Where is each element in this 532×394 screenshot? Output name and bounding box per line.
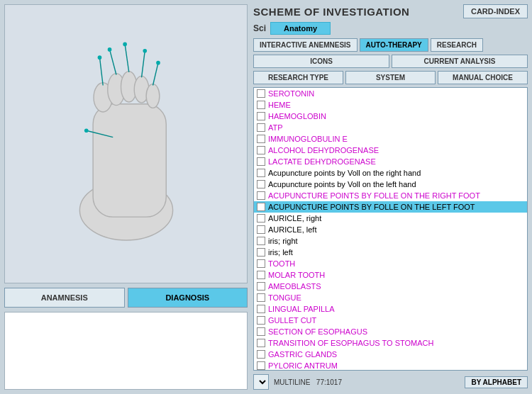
list-item-text: iris; left — [268, 248, 293, 257]
list-item-checkbox[interactable] — [257, 316, 265, 325]
list-item[interactable]: ACUPUNCTURE POINTS BY FOLLE ON THE LEFT … — [254, 201, 527, 213]
list-item[interactable]: Acupuncture points by Voll on the right … — [254, 167, 527, 179]
list-item-checkbox[interactable] — [257, 101, 265, 109]
list-item-checkbox[interactable] — [257, 112, 265, 120]
list-item[interactable]: TRANSITION OF ESOPHAGUS TO STOMACH — [254, 337, 527, 349]
list-item-text: GASTRIC GLANDS — [268, 350, 337, 359]
list-item[interactable]: GULLET CUT — [254, 315, 527, 326]
list-item-checkbox[interactable] — [257, 248, 265, 257]
list-item-checkbox[interactable] — [257, 327, 265, 336]
list-item[interactable]: GASTRIC GLANDS — [254, 349, 527, 360]
toolbar-row-1: INTERACTIVE ANEMNESIS AUTO-THERAPY RESEA… — [253, 38, 528, 52]
list-item[interactable]: AMEOBLASTS — [254, 281, 527, 292]
left-panel: ANAMNESIS DIAGNOSIS — [0, 0, 252, 394]
svg-point-18 — [84, 128, 88, 133]
list-item-checkbox[interactable] — [257, 293, 265, 302]
list-item-checkbox[interactable] — [257, 169, 265, 177]
investigation-list[interactable]: SEROTONINHEMEHAEMOGLOBINATPIMMUNOGLOBULI… — [253, 87, 528, 371]
list-item[interactable]: AURICLE, right — [254, 213, 527, 224]
list-item-checkbox[interactable] — [257, 135, 265, 143]
current-analysis-button[interactable]: CURRENT ANALYSIS — [392, 55, 528, 68]
list-item-text: TRANSITION OF ESOPHAGUS TO STOMACH — [268, 339, 433, 347]
list-item-checkbox[interactable] — [257, 350, 265, 359]
list-item-text: SECTION OF ESOPHAGUS — [268, 327, 367, 336]
list-item-checkbox[interactable] — [257, 203, 265, 211]
scheme-title: SCHEME OF INVESTIGATION — [253, 6, 409, 18]
list-item[interactable]: LACTATE DEHYDROGENASE — [254, 156, 527, 167]
system-button[interactable]: SYSTEM — [345, 71, 436, 84]
list-item-checkbox[interactable] — [257, 214, 265, 223]
list-item-text: AURICLE, right — [268, 214, 321, 223]
by-alphabet-button[interactable]: BY ALPHABET — [465, 376, 528, 388]
list-item[interactable]: AURICLE, left — [254, 224, 527, 235]
list-item-checkbox[interactable] — [257, 225, 265, 234]
svg-line-15 — [153, 63, 158, 86]
list-item-checkbox[interactable] — [257, 339, 265, 347]
list-item[interactable]: HAEMOGLOBIN — [254, 111, 527, 122]
list-item-checkbox[interactable] — [257, 146, 265, 154]
card-index-button[interactable]: CARD-INDEX — [463, 4, 528, 18]
research-button[interactable]: RESEARCH — [431, 38, 483, 52]
list-item-checkbox[interactable] — [257, 180, 265, 188]
list-item[interactable]: TOOTH — [254, 258, 527, 269]
icons-button[interactable]: ICONS — [253, 55, 389, 68]
research-type-button[interactable]: RESEARCH TYPE — [253, 71, 343, 84]
list-item[interactable]: iris; right — [254, 235, 527, 247]
list-item-checkbox[interactable] — [257, 282, 265, 291]
list-item-checkbox[interactable] — [257, 191, 265, 200]
diagnosis-button[interactable]: DIAGNOSIS — [128, 288, 248, 308]
list-item-text: HAEMOGLOBIN — [268, 112, 326, 120]
svg-line-7 — [99, 57, 103, 85]
list-item-text: ACUPUNCTURE POINTS BY FOLLE ON THE RIGHT… — [268, 191, 480, 200]
sci-row: Sci Anatomy — [253, 22, 528, 35]
list-selector[interactable] — [253, 374, 269, 390]
svg-point-14 — [143, 49, 147, 53]
list-item-text: SEROTONIN — [268, 89, 314, 98]
list-item[interactable]: LINGUAL PAPILLA — [254, 303, 527, 315]
list-item[interactable]: ALCOHOL DEHYDROGENASE — [254, 145, 527, 156]
list-item[interactable]: Acupuncture points by Voll on the left h… — [254, 179, 527, 190]
sci-label: Sci — [253, 23, 266, 33]
diagnosis-text-area[interactable] — [4, 312, 248, 390]
interactive-anemnesis-button[interactable]: INTERACTIVE ANEMNESIS — [253, 38, 358, 52]
list-item-checkbox[interactable] — [257, 259, 265, 268]
svg-line-11 — [125, 44, 129, 72]
list-item-checkbox[interactable] — [257, 123, 265, 132]
list-item-checkbox[interactable] — [257, 237, 265, 245]
list-item[interactable]: HEME — [254, 99, 527, 111]
list-item-text: AURICLE, left — [268, 225, 316, 234]
list-item-text: ACUPUNCTURE POINTS BY FOLLE ON THE LEFT … — [268, 203, 475, 211]
svg-point-12 — [123, 43, 127, 47]
multiline-label: MULTILINE 77:1017 — [274, 378, 342, 386]
toolbar-row-2: ICONS CURRENT ANALYSIS — [253, 55, 528, 68]
list-item-text: Acupuncture points by Voll on the right … — [268, 169, 421, 177]
list-item-checkbox[interactable] — [257, 271, 265, 279]
list-item-checkbox[interactable] — [257, 361, 265, 370]
list-item-text: ATP — [268, 123, 283, 132]
list-item[interactable]: ACUPUNCTURE POINTS BY FOLLE ON THE RIGHT… — [254, 190, 527, 201]
bottom-toolbar: MULTILINE 77:1017 BY ALPHABET — [253, 374, 528, 390]
list-item-checkbox[interactable] — [257, 89, 265, 98]
list-item[interactable]: SECTION OF ESOPHAGUS — [254, 326, 527, 337]
list-item-checkbox[interactable] — [257, 157, 265, 166]
anamnesis-button[interactable]: ANAMNESIS — [4, 288, 125, 308]
list-item-text: MOLAR TOOTH — [268, 271, 325, 279]
svg-point-8 — [97, 55, 101, 60]
list-item[interactable]: ATP — [254, 122, 527, 133]
svg-rect-1 — [93, 104, 166, 217]
svg-line-13 — [141, 51, 145, 78]
list-item-text: Acupuncture points by Voll on the left h… — [268, 180, 416, 188]
list-item[interactable]: MOLAR TOOTH — [254, 269, 527, 281]
list-item[interactable]: TONGUE — [254, 292, 527, 303]
manual-choice-button[interactable]: MANUAL CHOICE — [438, 71, 528, 84]
auto-therapy-button[interactable]: AUTO-THERAPY — [360, 38, 428, 52]
list-item-text: TOOTH — [268, 259, 295, 268]
list-item[interactable]: iris; left — [254, 247, 527, 258]
list-item[interactable]: SEROTONIN — [254, 88, 527, 99]
list-item[interactable]: PYLORIC ANTRUM — [254, 360, 527, 371]
list-item[interactable]: IMMUNOGLOBULIN E — [254, 133, 527, 145]
list-item-checkbox[interactable] — [257, 305, 265, 313]
list-item-text: LINGUAL PAPILLA — [268, 305, 335, 313]
right-header: SCHEME OF INVESTIGATION CARD-INDEX — [253, 4, 528, 18]
anatomy-button[interactable]: Anatomy — [270, 22, 331, 35]
